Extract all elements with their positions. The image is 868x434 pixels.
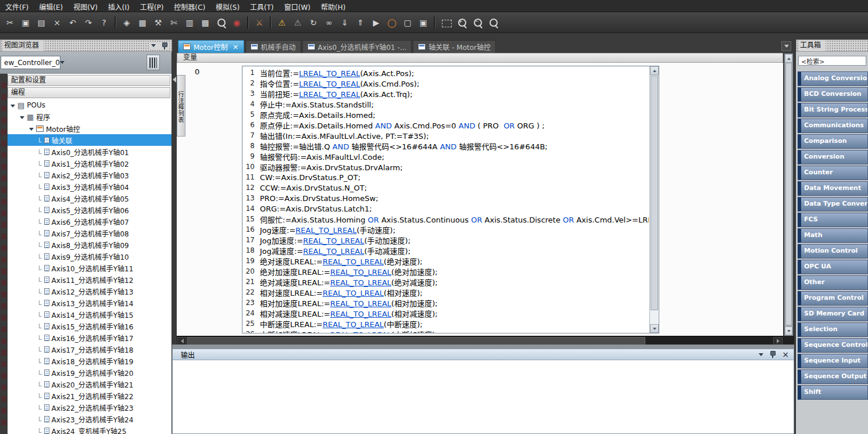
- toolbar-icon[interactable]: ⚔: [252, 15, 267, 30]
- close-icon[interactable]: ×: [782, 350, 789, 358]
- toolbar-icon[interactable]: ◉: [229, 15, 244, 30]
- toolbar-icon[interactable]: −: [470, 15, 485, 30]
- toolbar-icon[interactable]: ⚠: [274, 15, 290, 30]
- toolbar-icon[interactable]: [213, 15, 228, 30]
- tree-item-axis[interactable]: L Axis21_分选机械手Y轴22: [8, 390, 172, 401]
- toolbar-icon[interactable]: ⇓: [337, 15, 352, 30]
- toolbox-category[interactable]: Data Type Conversion: [798, 197, 868, 211]
- toolbar-icon[interactable]: ▣: [416, 15, 431, 30]
- scroll-right-button[interactable]: [773, 337, 783, 345]
- toolbar-icon[interactable]: ×: [49, 15, 65, 30]
- toolbox-category[interactable]: Counter: [798, 166, 868, 180]
- toolbar-icon[interactable]: ▣: [18, 15, 33, 30]
- code-line[interactable]: 19绝对速度LREAL:=REAL_TO_LREAL(绝对速度);: [242, 256, 649, 266]
- code-line[interactable]: 3当前扭矩:=LREAL_TO_REAL(Axis.Act.Trq);: [242, 88, 649, 99]
- tree-item-axis[interactable]: L Axis5_分选机械手Y轴06: [8, 204, 172, 216]
- document-tab[interactable]: Axis0_分选机械手Y轴01 -...: [302, 40, 412, 53]
- menu-item[interactable]: 视图(V): [68, 0, 103, 12]
- document-tab[interactable]: Motor控制 ×: [178, 40, 244, 53]
- toolbox-category[interactable]: Program Control: [798, 291, 868, 306]
- toolbar-icon[interactable]: +: [454, 15, 469, 30]
- tree-item-axis[interactable]: L Axis7_分选机械手Y轴08: [8, 227, 172, 239]
- scrollbar-thumb[interactable]: [187, 337, 645, 345]
- toolbar-icon[interactable]: ▶: [369, 15, 384, 30]
- tree-item-axis[interactable]: L Axis17_分选机械手Y轴18: [8, 343, 172, 355]
- tree-item-axis[interactable]: L Axis19_分选机械手Y轴20: [8, 367, 172, 378]
- close-icon[interactable]: ×: [233, 43, 239, 51]
- code-line[interactable]: 9轴报警代码:=Axis.MFaultLvl.Code;: [242, 151, 649, 162]
- tree-item-axis[interactable]: L Axis6_分选机械手Y轴07: [8, 216, 172, 227]
- code-line[interactable]: 8轴控报警:=轴出错.Q AND 轴报警代码<>16#644A AND 轴报警代…: [242, 141, 649, 151]
- pin-icon[interactable]: [769, 350, 776, 358]
- toolbox-category[interactable]: Shift: [798, 385, 868, 400]
- toolbar-icon[interactable]: ↷: [81, 15, 96, 30]
- toolbox-category[interactable]: Data Movement: [798, 181, 868, 196]
- toolbar-icon[interactable]: ▤: [34, 15, 49, 30]
- horizontal-scrollbar[interactable]: [177, 336, 783, 345]
- toolbox-category[interactable]: BCD Conversion: [798, 87, 868, 102]
- tree-item-axis[interactable]: L Axis8_分选机械手Y轴09: [8, 239, 172, 250]
- toolbar-icon[interactable]: [247, 16, 249, 29]
- tree-item-axis-link[interactable]: L 轴关联: [8, 134, 172, 146]
- toolbox-category[interactable]: Motion Control: [798, 244, 868, 259]
- tree-item-axis[interactable]: L Axis1_分选机械手Y轴02: [8, 157, 172, 169]
- tree-item-axis[interactable]: L Axis3_分选机械手Y轴04: [8, 181, 172, 192]
- tree-item-pous[interactable]: POUs: [8, 99, 172, 111]
- code-line[interactable]: 14ORG:=Axis.DrvStatus.Latch1;: [242, 203, 649, 214]
- code-line[interactable]: 12CCW:=Axis.DrvStatus.N_OT;: [242, 182, 649, 193]
- tree-item-axis[interactable]: L Axis18_分选机械手Y轴19: [8, 355, 172, 367]
- toolbar-icon[interactable]: ▥: [182, 15, 197, 30]
- code-line[interactable]: 18Jog减速度:=REAL_TO_LREAL(手动减速度);: [242, 245, 649, 256]
- scroll-down-button[interactable]: [650, 324, 659, 333]
- toolbar-icon[interactable]: ✄: [166, 15, 181, 30]
- editor-vertical-scrollbar[interactable]: [649, 66, 659, 333]
- toolbar-icon[interactable]: ▦: [135, 15, 150, 30]
- menu-item[interactable]: 文件(F): [0, 0, 34, 12]
- tree-item-axis[interactable]: L Axis20_分选机械手Y轴21: [8, 378, 172, 390]
- controller-select[interactable]: ew_Controller_0: [1, 56, 60, 69]
- expand-icon[interactable]: [10, 105, 15, 107]
- document-tab[interactable]: 机械手自动: [245, 40, 301, 53]
- toolbox-category[interactable]: Math: [798, 228, 868, 243]
- tree-item-axis[interactable]: L Axis0_分选机械手Y轴01: [8, 146, 172, 157]
- toolbox-category[interactable]: Selection: [798, 322, 868, 337]
- code-line[interactable]: 26中断加速度LREAL:=REAL_TO_LREAL(中断加速度);: [242, 329, 649, 333]
- code-line[interactable]: 10驱动器报警:=Axis.DrvStatus.DrvAlarm;: [242, 162, 649, 172]
- code-line[interactable]: 7轴出错(In:=Axis.MFaultLvl.Active, PT:=T#3S…: [242, 130, 649, 141]
- horizontal-splitter[interactable]: [172, 345, 794, 349]
- search-input[interactable]: [798, 56, 866, 66]
- tree-item-axis[interactable]: L Axis2_分选机械手Y轴03: [8, 169, 172, 181]
- toolbox-category[interactable]: Analog Conversion: [798, 71, 868, 86]
- tree-item-axis[interactable]: L Axis24_变机械手Y轴25: [8, 425, 172, 434]
- document-tab[interactable]: 轴关联 - Motor轴控: [413, 40, 496, 53]
- toolbar-icon[interactable]: ◈: [119, 15, 134, 30]
- toolbox-category[interactable]: Sequence Control: [798, 338, 868, 353]
- code-line[interactable]: 17Jog加速度:=REAL_TO_LREAL(手动加速度);: [242, 235, 649, 245]
- tree-item-axis[interactable]: L Axis16_分选机械手Y轴17: [8, 332, 172, 343]
- toolbox-category[interactable]: Communications: [798, 119, 868, 133]
- menu-item[interactable]: 工程(P): [135, 0, 169, 12]
- toolbar-icon[interactable]: ⚠: [290, 15, 305, 30]
- pane-vertical-scrollbar[interactable]: [784, 53, 793, 336]
- toolbar-icon[interactable]: ✂: [2, 15, 17, 30]
- toolbar-icon[interactable]: [270, 16, 272, 29]
- library-button[interactable]: [147, 55, 160, 70]
- toolbox-category[interactable]: Comparison: [798, 134, 868, 149]
- line-comment-list-tab[interactable]: 行注释列表: [177, 75, 185, 137]
- toolbox-category[interactable]: Sequence Output: [798, 370, 868, 384]
- tree-item-axis[interactable]: L Axis12_分选机械手Y轴13: [8, 285, 172, 297]
- scroll-down-button[interactable]: [785, 327, 792, 335]
- scroll-up-button[interactable]: [650, 66, 659, 75]
- toolbox-category[interactable]: OPC UA: [798, 260, 868, 274]
- menu-item[interactable]: 帮助(H): [316, 0, 351, 12]
- toolbar-icon[interactable]: ↶: [65, 15, 80, 30]
- tree-item-axis[interactable]: L Axis13_分选机械手Y轴14: [8, 297, 172, 309]
- tab-list-button[interactable]: [781, 41, 791, 51]
- toolbox-category[interactable]: SD Memory Card: [798, 307, 868, 321]
- code-line[interactable]: 23相对加速度LREAL:=REAL_TO_LREAL(相对加速度);: [242, 297, 649, 308]
- code-line[interactable]: 4停止中:=Axis.Status.Standstill;: [242, 99, 649, 109]
- menu-item[interactable]: 编辑(E): [34, 0, 68, 12]
- code-line[interactable]: 6原点停止:=Axis.Details.Homed AND Axis.Cmd.P…: [242, 120, 649, 130]
- toolbox-category[interactable]: Bit String Processing: [798, 103, 868, 117]
- code-line[interactable]: 15伺服忙:=Axis.Status.Homing OR Axis.Status…: [242, 214, 649, 224]
